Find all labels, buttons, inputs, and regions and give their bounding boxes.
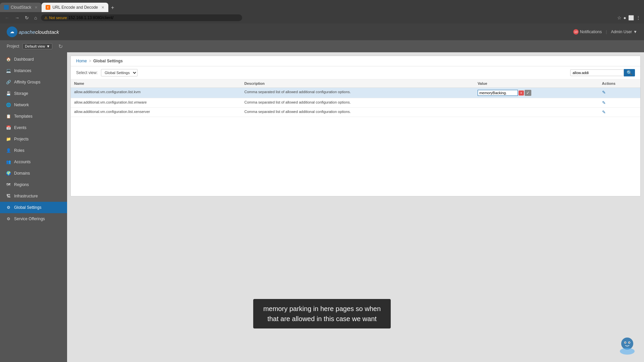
row2-value-cell: [474, 98, 599, 108]
content-panel: Home > Global Settings Select view: Glob…: [70, 56, 641, 196]
browser-toolbar: ← → ↻ ⌂ ⚠ Not secure 152.168.1.13:8080/c…: [0, 12, 644, 23]
project-bar: Project Default view ▼ ↻: [0, 40, 644, 52]
sidebar-item-network[interactable]: 🌐 Network: [0, 99, 67, 111]
sidebar-item-network-label: Network: [14, 103, 29, 107]
svg-point-0: [621, 338, 633, 350]
sidebar-item-global-settings[interactable]: ⚙ Global Settings: [0, 202, 67, 213]
infrastructure-icon: 🏗: [5, 193, 11, 199]
profile-icon[interactable]: ●: [624, 15, 626, 20]
sidebar-item-events-label: Events: [14, 125, 26, 130]
row3-edit-icon[interactable]: ✎: [602, 110, 606, 115]
sidebar-item-templates[interactable]: 📋 Templates: [0, 111, 67, 122]
filter-bar: Select view: Global Settings All Setting…: [71, 66, 640, 79]
sidebar-item-dashboard-label: Dashboard: [14, 57, 34, 62]
new-tab-button[interactable]: +: [108, 3, 117, 12]
sidebar-item-storage[interactable]: 💾 Storage: [0, 88, 67, 99]
sidebar-item-accounts[interactable]: 👥 Accounts: [0, 156, 67, 168]
sidebar-item-projects[interactable]: 📁 Projects: [0, 133, 67, 145]
tab-cloudstack-close[interactable]: ✕: [35, 5, 38, 10]
url-encode-favicon: E: [46, 5, 50, 10]
sidebar-item-service-offerings[interactable]: ⚙ Service Offerings: [0, 213, 67, 225]
cloudstack-favicon: [4, 5, 9, 10]
forward-button[interactable]: →: [13, 14, 21, 21]
tab-url-encode-label: URL Encode and Decode: [52, 5, 98, 10]
menu-icon[interactable]: ⋮: [636, 15, 641, 20]
sidebar-item-events[interactable]: 📅 Events: [0, 122, 67, 133]
sidebar-item-storage-label: Storage: [14, 91, 28, 96]
search-input[interactable]: [570, 69, 624, 76]
user-arrow-icon: ▼: [633, 29, 637, 34]
svg-point-5: [629, 342, 630, 343]
save-value-button[interactable]: ✓: [525, 90, 531, 96]
user-menu-button[interactable]: Admin User ▼: [611, 29, 637, 34]
global-settings-icon: ⚙: [5, 204, 11, 210]
value-edit-group: × ✓: [478, 90, 595, 96]
project-select-arrow: ▼: [46, 44, 50, 48]
network-icon: 🌐: [5, 102, 11, 108]
tab-url-encode[interactable]: E URL Encode and Decode ✕: [42, 3, 108, 12]
row1-description: Comma separated list of allowed addition…: [241, 88, 474, 98]
projects-icon: 📁: [5, 136, 11, 142]
sidebar-item-infrastructure-label: Infrastructure: [14, 194, 38, 198]
sidebar-item-global-settings-label: Global Settings: [14, 205, 41, 210]
search-box: 🔍: [570, 69, 635, 76]
table-row: allow.additional.vm.configuration.list.v…: [71, 98, 640, 108]
sidebar-item-accounts-label: Accounts: [14, 160, 31, 164]
bookmark-icon[interactable]: ☆: [617, 15, 622, 20]
browser-right-controls: ☆ ● ⬜ ⋮: [617, 15, 641, 20]
dashboard-icon: 🏠: [5, 56, 11, 62]
row3-name: allow.additional.vm.configuration.list.x…: [71, 108, 241, 117]
settings-table: Name Description Value Actions allow.add…: [71, 79, 640, 117]
affinity-groups-icon: 🔗: [5, 79, 11, 85]
sidebar-item-service-offerings-label: Service Offerings: [14, 217, 45, 221]
sidebar-item-roles[interactable]: 👤 Roles: [0, 145, 67, 156]
filter-select[interactable]: Global Settings All Settings: [101, 69, 138, 76]
tab-url-encode-close[interactable]: ✕: [101, 5, 104, 10]
table-row: allow.additional.vm.configuration.list.x…: [71, 108, 640, 117]
col-description: Description: [241, 79, 474, 88]
row2-edit-icon[interactable]: ✎: [602, 100, 606, 105]
refresh-button[interactable]: ↻: [58, 43, 63, 50]
tab-cloudstack[interactable]: CloudStack ✕: [0, 3, 42, 12]
row1-edit-icon[interactable]: ✎: [602, 90, 606, 95]
row2-description: Comma separated list of allowed addition…: [241, 98, 474, 108]
breadcrumb-current: Global Settings: [93, 59, 123, 63]
row1-name: allow.additional.vm.configuration.list.k…: [71, 88, 241, 98]
roles-icon: 👤: [5, 147, 11, 154]
caption-line1: memory parking in here pages so when: [263, 304, 381, 314]
caption-line2: that are allowed in this case we want: [263, 314, 381, 324]
instances-icon: 💻: [5, 68, 11, 74]
clear-value-button[interactable]: ×: [519, 90, 524, 96]
sidebar-item-dashboard[interactable]: 🏠 Dashboard: [0, 54, 67, 65]
filter-label: Select view:: [76, 70, 98, 75]
home-button[interactable]: ⌂: [33, 14, 38, 21]
col-actions: Actions: [599, 79, 640, 88]
search-button[interactable]: 🔍: [624, 69, 635, 76]
row3-actions: ✎: [599, 108, 640, 117]
sidebar-item-regions[interactable]: 🗺 Regions: [0, 179, 67, 190]
templates-icon: 📋: [5, 113, 11, 119]
extension-icon[interactable]: ⬜: [628, 15, 634, 20]
caption-overlay: memory parking in here pages so when tha…: [253, 299, 391, 328]
breadcrumb-home-link[interactable]: Home: [76, 59, 87, 63]
back-button[interactable]: ←: [3, 14, 11, 21]
sidebar-item-domains[interactable]: 🌍 Domains: [0, 168, 67, 179]
sidebar-item-infrastructure[interactable]: 🏗 Infrastructure: [0, 190, 67, 202]
row1-actions: ✎: [599, 88, 640, 98]
breadcrumb-sep: >: [89, 59, 91, 63]
sidebar-item-instances-label: Instances: [14, 68, 31, 73]
row1-value-cell: × ✓: [474, 88, 599, 98]
sidebar-item-instances[interactable]: 💻 Instances: [0, 65, 67, 76]
security-label: Not secure: [49, 16, 67, 20]
value-input[interactable]: [478, 90, 518, 96]
logo-icon: ☁: [7, 26, 17, 37]
address-bar[interactable]: ⚠ Not secure 152.168.1.13:8080/client/: [41, 14, 242, 21]
reload-button[interactable]: ↻: [23, 14, 30, 21]
notifications-button[interactable]: 10 Notifications: [573, 29, 602, 35]
accounts-icon: 👥: [5, 159, 11, 165]
project-select[interactable]: Default view ▼: [22, 43, 52, 49]
mascot: [617, 335, 637, 355]
svg-point-1: [620, 348, 635, 355]
sidebar-item-regions-label: Regions: [14, 182, 29, 187]
sidebar-item-affinity-groups[interactable]: 🔗 Affinity Groups: [0, 76, 67, 88]
